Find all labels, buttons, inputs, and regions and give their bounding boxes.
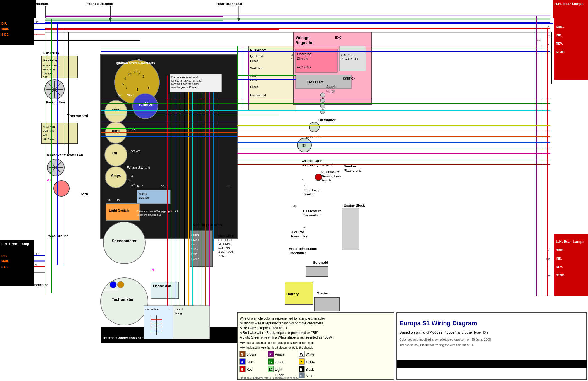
- svg-text:A Red wire is represented as ": A Red wire is represented as "R".: [240, 326, 289, 330]
- svg-text:Indicates sensor, bolt or spar: Indicates sensor, bolt or spark plug scr…: [246, 341, 315, 344]
- svg-text:Fan Relay: Fan Relay: [43, 51, 59, 55]
- svg-text:Demist/Vent/Heater Fan: Demist/Vent/Heater Fan: [46, 153, 83, 157]
- svg-text:Located inside the tunnel: Located inside the tunnel: [171, 83, 199, 85]
- svg-text:Ignition: Ignition: [139, 102, 153, 106]
- svg-text:Top F: Top F: [137, 185, 143, 188]
- svg-text:GND: GND: [304, 66, 311, 69]
- svg-text:IND.: IND.: [556, 257, 562, 260]
- svg-text:Blue: Blue: [246, 360, 253, 364]
- svg-text:Switched: Switched: [250, 66, 263, 70]
- svg-text:White: White: [306, 353, 314, 356]
- svg-text:reverse light switch (if fitte: reverse light switch (if fitted): [171, 79, 202, 82]
- svg-text:Circuit: Circuit: [297, 57, 308, 61]
- svg-text:Y: Y: [300, 360, 302, 364]
- svg-text:Purple: Purple: [275, 353, 285, 356]
- svg-text:Black: Black: [306, 368, 314, 372]
- svg-text:L.H. Rear Lamps: L.H. Rear Lamps: [556, 239, 585, 244]
- svg-text:3: 3: [142, 75, 144, 78]
- svg-text:* BAT    MOT: * BAT MOT: [43, 126, 56, 128]
- svg-point-120: [117, 281, 124, 288]
- svg-text:B: B: [300, 368, 303, 372]
- svg-text:R: R: [547, 51, 549, 54]
- svg-text:DIP.: DIP.: [1, 22, 7, 25]
- svg-text:4: 4: [124, 77, 126, 80]
- svg-text:Speedometer: Speedometer: [112, 239, 137, 243]
- svg-text:A Light Green wire with a Whit: A Light Green wire with a White stripe i…: [240, 336, 334, 339]
- svg-text:7: 7: [126, 86, 127, 89]
- svg-text:Radiator Fan: Radiator Fan: [46, 100, 65, 104]
- svg-text:Oil Pressure: Oil Pressure: [303, 209, 321, 213]
- svg-text:Red: Red: [246, 368, 253, 372]
- svg-text:Top: Top: [136, 59, 141, 61]
- svg-text:Colorized and modified at www.: Colorized and modified at www.lotus-euro…: [399, 338, 491, 341]
- svg-text:COLUMN: COLUMN: [218, 246, 230, 250]
- svg-text:Fan Relay: Fan Relay: [43, 137, 54, 140]
- svg-text:U: U: [241, 360, 243, 364]
- svg-text:Regulator: Regulator: [296, 40, 314, 45]
- svg-text:Oil: Oil: [112, 151, 117, 155]
- svg-text:5: 5: [137, 88, 139, 91]
- svg-text:Flasher Unit: Flasher Unit: [153, 284, 171, 287]
- svg-text:GP U: GP U: [226, 185, 232, 188]
- svg-text:Transmitter: Transmitter: [291, 234, 308, 238]
- svg-text:MAIN    MOT: MAIN MOT: [43, 68, 55, 71]
- svg-text:Solenoid: Solenoid: [313, 260, 328, 265]
- svg-text:Fan Relay: Fan Relay: [43, 59, 58, 62]
- svg-text:Run: Run: [117, 94, 122, 97]
- svg-point-118: [110, 281, 116, 288]
- svg-text:HIGH: HIGH: [107, 274, 113, 277]
- svg-text:R: R: [241, 368, 243, 372]
- svg-text:EXC: EXC: [335, 36, 342, 39]
- svg-point-190: [315, 174, 322, 181]
- svg-text:Europa S1 Wiring Diagram: Europa S1 Wiring Diagram: [399, 320, 477, 327]
- svg-text:HORN: HORN: [191, 234, 199, 236]
- svg-text:Tachometer: Tachometer: [112, 297, 134, 302]
- svg-text:SIDE.: SIDE.: [1, 33, 9, 36]
- svg-text:IND.: IND.: [556, 33, 562, 37]
- svg-text:Charging: Charging: [297, 52, 312, 56]
- svg-text:BOB RAD: BOB RAD: [43, 130, 54, 132]
- svg-text:SIDE.: SIDE.: [556, 25, 564, 28]
- svg-text:Spark: Spark: [326, 85, 336, 89]
- svg-text:L.H. Front Lamp: L.H. Front Lamp: [1, 242, 29, 246]
- svg-text:Transmitter: Transmitter: [303, 214, 320, 217]
- svg-text:GP*: GP*: [536, 39, 541, 42]
- svg-text:Green: Green: [275, 360, 284, 364]
- svg-text:N: N: [302, 213, 304, 215]
- svg-text:BAT: BAT: [43, 76, 47, 79]
- svg-text:LG: LG: [269, 368, 273, 371]
- svg-text:P: P: [269, 353, 272, 356]
- svg-text:Indicates a wire that is a bol: Indicates a wire that is a bolt connecte…: [246, 346, 313, 349]
- svg-text:Start: Start: [127, 94, 134, 97]
- wiring-diagram: R.H. Front Lamp R.H. Indicator Front Bul…: [0, 0, 588, 381]
- svg-text:N: N: [241, 353, 243, 356]
- svg-text:Plate Light: Plate Light: [344, 169, 361, 172]
- svg-text:Front Bulkhead: Front Bulkhead: [87, 2, 113, 6]
- svg-text:Transmitter: Transmitter: [289, 251, 306, 255]
- svg-text:SIDE.: SIDE.: [1, 265, 9, 269]
- svg-text:JOINT: JOINT: [218, 254, 226, 257]
- svg-text:Switch: Switch: [304, 193, 315, 196]
- svg-text:TURN: TURN: [191, 248, 198, 251]
- svg-text:Contacts A: Contacts A: [145, 308, 159, 311]
- svg-text:Control: Control: [175, 308, 183, 311]
- svg-text:Fuel: Fuel: [112, 108, 119, 112]
- svg-text:Stabilizer: Stabilizer: [138, 196, 150, 199]
- svg-rect-357: [397, 360, 587, 368]
- svg-text:Fan/Heat: Fan/Heat: [140, 62, 150, 65]
- svg-point-181: [309, 122, 319, 132]
- svg-text:REV.: REV.: [556, 265, 563, 269]
- svg-text:Fuel Level: Fuel Level: [291, 230, 306, 234]
- svg-text:near the gear shift lever: near the gear shift lever: [171, 86, 197, 89]
- svg-text:5: 5: [148, 86, 150, 89]
- svg-text:STOP.: STOP.: [556, 274, 565, 277]
- svg-text:Rear Bulkhead: Rear Bulkhead: [216, 2, 242, 6]
- svg-text:5: 5: [122, 83, 124, 86]
- svg-text:Engine Block: Engine Block: [344, 203, 365, 207]
- svg-text:Chassis Earth: Chassis Earth: [302, 159, 322, 162]
- svg-text:Horn: Horn: [80, 192, 88, 196]
- svg-text:GU: GU: [546, 257, 550, 260]
- svg-text:N: N: [302, 179, 304, 181]
- svg-text:SIDE.: SIDE.: [556, 248, 564, 252]
- svg-text:R.H. Rear Lamps: R.H. Rear Lamps: [554, 2, 584, 6]
